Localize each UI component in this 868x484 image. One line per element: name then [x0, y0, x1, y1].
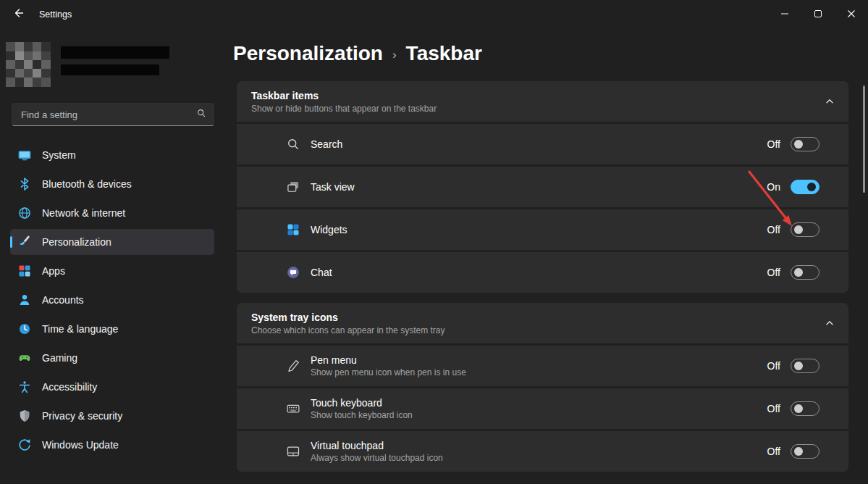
- setting-label: Widgets: [311, 224, 763, 235]
- setting-text: Virtual touchpad Always show virtual tou…: [311, 440, 763, 463]
- sidebar-item-label: Network & internet: [42, 207, 125, 219]
- setting-description: Always show virtual touchpad icon: [311, 453, 763, 463]
- setting-controls: Off: [763, 444, 819, 459]
- section-header-taskbar-items[interactable]: Taskbar items Show or hide buttons that …: [237, 81, 848, 122]
- widgets-icon: [286, 222, 300, 237]
- setting-row-chat: Chat Off: [237, 252, 848, 293]
- chevron-up-icon[interactable]: [824, 317, 835, 329]
- setting-row-touch-keyboard: Touch keyboard Show touch keyboard icon …: [237, 388, 848, 429]
- setting-row-search: Search Off: [237, 124, 848, 164]
- setting-text: Touch keyboard Show touch keyboard icon: [311, 397, 763, 420]
- toggle-state-label: Off: [763, 224, 780, 235]
- sidebar-nav: System Bluetooth & devices Network & int…: [0, 142, 224, 461]
- section-header-text: System tray icons Choose which icons can…: [251, 312, 824, 335]
- section-taskbar-items: Taskbar items Show or hide buttons that …: [237, 81, 848, 293]
- sidebar: System Bluetooth & devices Network & int…: [0, 29, 224, 484]
- toggle-state-label: Off: [763, 446, 780, 457]
- setting-controls: Off: [763, 222, 819, 237]
- setting-controls: Off: [763, 265, 819, 280]
- toggle-state-label: Off: [763, 267, 780, 278]
- sidebar-item-accounts[interactable]: Accounts: [10, 287, 214, 313]
- sidebar-item-label: Windows Update: [42, 439, 119, 451]
- toggle-knob: [794, 447, 803, 456]
- touch-keyboard-toggle[interactable]: [791, 401, 819, 416]
- section-header-system-tray-icons[interactable]: System tray icons Choose which icons can…: [237, 303, 848, 343]
- setting-label: Task view: [311, 181, 763, 193]
- gaming-icon: [17, 351, 32, 365]
- setting-row-virtual-touchpad: Virtual touchpad Always show virtual tou…: [237, 431, 848, 472]
- setting-controls: Off: [763, 137, 819, 151]
- sidebar-item-apps[interactable]: Apps: [10, 258, 214, 284]
- window-title: Settings: [39, 9, 72, 20]
- sidebar-item-label: Accounts: [42, 294, 84, 306]
- sidebar-item-time-language[interactable]: Time & language: [10, 316, 214, 342]
- breadcrumb-personalization[interactable]: Personalization: [233, 42, 383, 65]
- sidebar-item-system[interactable]: System: [10, 142, 214, 168]
- setting-row-pen-menu: Pen menu Show pen menu icon when pen is …: [237, 346, 848, 386]
- breadcrumb-separator: ›: [392, 48, 397, 62]
- setting-label: Chat: [311, 267, 763, 278]
- user-profile[interactable]: [6, 42, 216, 88]
- avatar: [6, 42, 51, 87]
- settings-search[interactable]: [12, 103, 214, 126]
- personalization-icon: [17, 235, 32, 249]
- chevron-up-icon[interactable]: [824, 96, 835, 107]
- redacted-user-name: [61, 46, 169, 59]
- minimize-button[interactable]: [768, 0, 801, 29]
- sidebar-item-label: System: [42, 149, 76, 161]
- setting-description: Show touch keyboard icon: [311, 410, 763, 420]
- pen-icon: [286, 359, 300, 373]
- search-icon: [196, 108, 206, 121]
- toggle-knob: [794, 140, 803, 149]
- breadcrumb: Personalization › Taskbar: [224, 29, 868, 65]
- search-toggle[interactable]: [791, 137, 819, 151]
- titlebar: Settings: [0, 0, 868, 29]
- sidebar-item-label: Accessibility: [42, 381, 97, 393]
- widgets-toggle[interactable]: [791, 222, 819, 237]
- sidebar-item-label: Apps: [42, 265, 65, 277]
- section-header-text: Taskbar items Show or hide buttons that …: [251, 90, 824, 114]
- setting-text: Widgets: [311, 224, 763, 235]
- pen-menu-toggle[interactable]: [791, 359, 819, 373]
- accounts-icon: [17, 293, 32, 307]
- settings-window: Settings: [0, 0, 868, 484]
- sidebar-item-windows-update[interactable]: Windows Update: [10, 432, 214, 458]
- sidebar-item-label: Personalization: [42, 236, 111, 248]
- sidebar-item-gaming[interactable]: Gaming: [10, 345, 214, 371]
- sidebar-item-accessibility[interactable]: Accessibility: [10, 374, 214, 400]
- close-button[interactable]: [835, 0, 868, 29]
- sidebar-item-bluetooth-devices[interactable]: Bluetooth & devices: [10, 171, 214, 197]
- minimize-icon: [780, 8, 789, 21]
- bluetooth-icon: [17, 177, 32, 191]
- sidebar-item-personalization[interactable]: Personalization: [10, 229, 214, 255]
- setting-label: Pen menu: [311, 354, 763, 366]
- page-title: Taskbar: [406, 42, 482, 65]
- apps-icon: [17, 264, 32, 278]
- task-view-toggle[interactable]: [791, 180, 819, 194]
- setting-text: Chat: [311, 267, 763, 278]
- scrollbar-thumb[interactable]: [863, 85, 865, 193]
- sidebar-item-label: Bluetooth & devices: [42, 178, 132, 190]
- toggle-knob: [794, 268, 803, 277]
- sidebar-item-network-internet[interactable]: Network & internet: [10, 200, 214, 226]
- toggle-state-label: Off: [763, 138, 780, 150]
- setting-text: Task view: [311, 181, 763, 193]
- setting-controls: Off: [763, 359, 819, 373]
- chat-toggle[interactable]: [791, 265, 819, 280]
- virtual-touchpad-toggle[interactable]: [791, 444, 819, 459]
- toggle-knob: [794, 225, 803, 234]
- section-subtitle: Show or hide buttons that appear on the …: [251, 104, 824, 114]
- setting-label: Search: [311, 138, 763, 150]
- search-input[interactable]: [21, 109, 196, 120]
- sidebar-item-privacy-security[interactable]: Privacy & security: [10, 403, 214, 429]
- sidebar-item-label: Time & language: [42, 323, 118, 335]
- section-title: Taskbar items: [251, 90, 824, 101]
- search-icon: [286, 137, 300, 151]
- back-button[interactable]: [4, 2, 33, 27]
- sidebar-item-label: Privacy & security: [42, 410, 122, 422]
- setting-controls: On: [763, 180, 819, 194]
- setting-label: Virtual touchpad: [311, 440, 763, 451]
- maximize-button[interactable]: [801, 0, 835, 29]
- toggle-state-label: Off: [763, 360, 780, 372]
- section-system-tray-icons: System tray icons Choose which icons can…: [237, 303, 848, 472]
